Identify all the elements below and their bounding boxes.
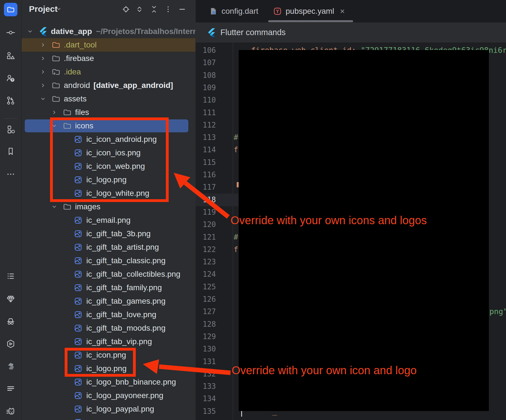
bookmark-icon xyxy=(6,147,15,156)
project-panel-title[interactable]: Project xyxy=(29,4,58,14)
tool-window-button-services[interactable] xyxy=(4,123,17,136)
tool-window-button-structure[interactable] xyxy=(4,49,17,62)
image-icon xyxy=(74,321,82,335)
tool-window-button-project-folder[interactable] xyxy=(4,3,17,16)
tool-window-button-people-help[interactable]: ? xyxy=(4,71,17,85)
tree-item-label: ic_logo_paypal.png xyxy=(86,402,154,416)
tab-label: pubspec.yaml xyxy=(282,7,334,16)
tool-window-button-todo-list[interactable] xyxy=(4,269,17,283)
tree-row-dative_app[interactable]: dative_app~/Projetos/Trabalhos/Interno/ xyxy=(22,25,195,38)
collapse-all-icon[interactable] xyxy=(150,5,158,13)
tool-window-button-commit[interactable] xyxy=(4,26,17,39)
redaction-box xyxy=(239,50,489,411)
tree-row-ic_logo_bnb_binance.png[interactable]: ic_logo_bnb_binance.png xyxy=(22,375,195,389)
commit-icon xyxy=(6,28,15,37)
banner-label: Flutter commands xyxy=(220,28,286,37)
folder-icon xyxy=(63,106,72,119)
line-number: 121 xyxy=(196,231,216,243)
tool-window-button-pull-request[interactable] xyxy=(4,94,17,107)
tool-window-button-ndk[interactable] xyxy=(4,360,17,373)
tool-window-button-bookmark[interactable] xyxy=(4,145,17,158)
tree-row-partial[interactable] xyxy=(22,416,195,420)
image-icon xyxy=(74,254,82,267)
tree-row-files[interactable]: files xyxy=(22,106,195,119)
line-number: 108 xyxy=(196,69,216,81)
image-icon xyxy=(74,348,82,362)
flutter-commands-banner[interactable]: Flutter commands xyxy=(196,22,506,43)
locate-icon[interactable] xyxy=(122,5,130,13)
tree-row-images[interactable]: images xyxy=(22,200,195,214)
tree-row-icons[interactable]: icons xyxy=(22,119,195,133)
line-number: 107 xyxy=(196,56,216,69)
chevron-down-icon[interactable] xyxy=(27,25,33,38)
tree-row-ic_gift_tab_family.png[interactable]: ic_gift_tab_family.png xyxy=(22,281,195,294)
chevron-right-icon[interactable] xyxy=(40,79,46,92)
tree-row-ic_gift_tab_games.png[interactable]: ic_gift_tab_games.png xyxy=(22,294,195,308)
strip-divider xyxy=(4,118,17,119)
tool-window-button-incognito[interactable] xyxy=(4,314,17,328)
chevron-down-icon[interactable] xyxy=(51,119,57,133)
tree-item-label: android[dative_app_android] xyxy=(64,79,173,92)
tree-item-label: ic_logo.png xyxy=(86,173,126,187)
tree-row-ic_logo_paypal.png[interactable]: ic_logo_paypal.png xyxy=(22,402,195,416)
tree-row-ic_gift_tab_artist.png[interactable]: ic_gift_tab_artist.png xyxy=(22,240,195,254)
tree-row-ic_logo.png[interactable]: ic_logo.png xyxy=(22,362,195,375)
image-icon xyxy=(74,416,82,420)
tree-row-android[interactable]: android[dative_app_android] xyxy=(22,79,195,92)
tool-window-button-speed-cat[interactable] xyxy=(4,405,17,418)
tree-row-ic_logo_payoneer.png[interactable]: ic_logo_payoneer.png xyxy=(22,389,195,402)
tab-config.dart[interactable]: config.dart xyxy=(209,0,258,22)
tab-pubspec.yaml[interactable]: Ypubspec.yaml xyxy=(273,0,346,22)
line-number: 126 xyxy=(196,293,216,305)
tool-window-button-more-horizontal[interactable] xyxy=(4,167,17,181)
chevron-right-icon[interactable] xyxy=(51,106,57,119)
chevron-down-icon[interactable] xyxy=(56,6,62,13)
pull-request-icon xyxy=(6,96,15,105)
tree-row-ic_gift_tab_moods.png[interactable]: ic_gift_tab_moods.png xyxy=(22,321,195,335)
tree-row-ic_logo.png[interactable]: ic_logo.png xyxy=(22,173,195,187)
tree-row-ic_icon_web.png[interactable]: ic_icon_web.png xyxy=(22,160,195,173)
chevron-down-icon[interactable] xyxy=(40,92,46,106)
image-icon xyxy=(74,227,82,240)
row-highlight xyxy=(22,38,195,52)
image-icon xyxy=(74,214,82,227)
tree-row-ic_icon_android.png[interactable]: ic_icon_android.png xyxy=(22,133,195,146)
line-number: 125 xyxy=(196,281,216,293)
tree-row-.idea[interactable]: .idea xyxy=(22,65,195,79)
tree-row-ic_gift_tab_love.png[interactable]: ic_gift_tab_love.png xyxy=(22,308,195,321)
line-number: 122 xyxy=(196,243,216,256)
tree-row-ic_icon_ios.png[interactable]: ic_icon_ios.png xyxy=(22,146,195,160)
tree-row-ic_gift_tab_classic.png[interactable]: ic_gift_tab_classic.png xyxy=(22,254,195,267)
tree-row-ic_logo_white.png[interactable]: ic_logo_white.png xyxy=(22,187,195,200)
tool-window-button-run-hexagon[interactable] xyxy=(4,337,17,351)
tool-window-button-gem[interactable] xyxy=(4,292,17,306)
kebab-menu-icon[interactable] xyxy=(164,5,172,13)
structure-icon xyxy=(6,51,15,60)
tree-row-.firebase[interactable]: .firebase xyxy=(22,52,195,65)
row-selection xyxy=(25,119,188,132)
expand-all-icon[interactable] xyxy=(135,5,144,13)
tree-row-assets[interactable]: assets xyxy=(22,92,195,106)
chevron-right-icon[interactable] xyxy=(40,65,46,79)
editor-area[interactable]: config.dartYpubspec.yaml Flutter command… xyxy=(196,0,506,420)
folder-idea-icon xyxy=(51,65,60,79)
chevron-right-icon[interactable] xyxy=(40,38,46,52)
tree-row-ic_icon.png[interactable]: ic_icon.png xyxy=(22,348,195,362)
folder-icon xyxy=(63,200,72,214)
tree-row-.dart_tool[interactable]: .dart_tool xyxy=(22,38,195,52)
line-number: 111 xyxy=(196,106,216,119)
tree-row-ic_gift_tab_3b.png[interactable]: ic_gift_tab_3b.png xyxy=(22,227,195,240)
speed-cat-icon xyxy=(6,407,15,416)
tree-row-ic_email.png[interactable]: ic_email.png xyxy=(22,214,195,227)
dart-file-icon xyxy=(209,7,218,15)
tool-window-button-logcat-lines[interactable] xyxy=(4,382,17,395)
tree-row-ic_gift_tab_collectibles.png[interactable]: ic_gift_tab_collectibles.png xyxy=(22,267,195,281)
tree-row-ic_gift_tab_vip.png[interactable]: ic_gift_tab_vip.png xyxy=(22,335,195,348)
folder-icon xyxy=(51,79,60,92)
line-number: 127 xyxy=(196,305,216,318)
close-icon[interactable] xyxy=(339,8,346,15)
code-segment: # xyxy=(234,233,238,241)
chevron-right-icon[interactable] xyxy=(40,52,46,65)
chevron-down-icon[interactable] xyxy=(51,200,57,214)
hide-panel-icon[interactable] xyxy=(178,5,186,13)
